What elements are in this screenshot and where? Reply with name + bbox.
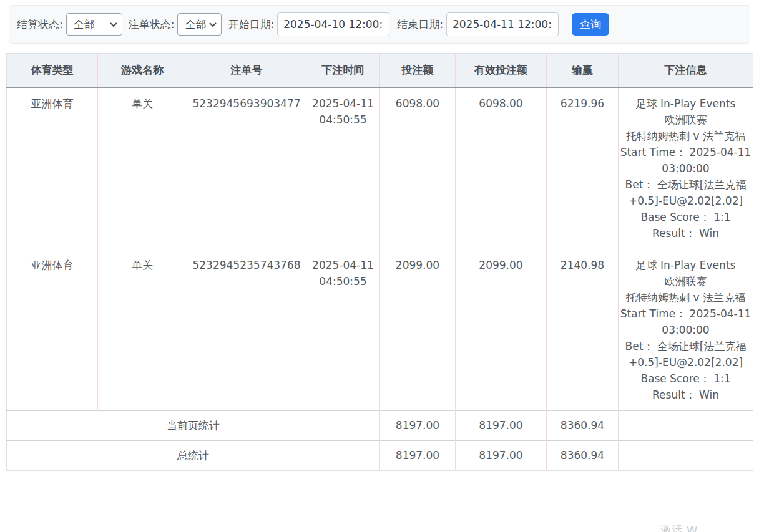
order-status-select[interactable]: 全部 (177, 13, 222, 36)
page-summary-row: 当前页统计 8197.00 8197.00 8360.94 (7, 410, 753, 440)
order-status-value: 全部 (185, 17, 206, 32)
chevron-down-icon (210, 20, 217, 27)
cell-bet-time: 2025-04-11 04:50:55 (306, 87, 380, 249)
column-header-sport-type: 体育类型 (7, 54, 98, 87)
bet-records-table: 体育类型 游戏名称 注单号 下注时间 投注额 有效投注额 输赢 下注信息 亚洲体… (6, 53, 753, 471)
cell-sport-type: 亚洲体育 (7, 87, 98, 249)
table-header-row: 体育类型 游戏名称 注单号 下注时间 投注额 有效投注额 输赢 下注信息 (7, 54, 753, 87)
page-summary-empty-cell (619, 410, 753, 440)
cell-valid-bet-amount: 6098.00 (456, 87, 547, 249)
cell-bet-id: 5232945693903477 (187, 87, 306, 249)
cell-bet-amount: 2099.00 (380, 249, 456, 410)
column-header-valid-bet-amount: 有效投注额 (456, 54, 547, 87)
cell-bet-info: 足球 In-Play Events 欧洲联赛 托特纳姆热刺 v 法兰克福 Sta… (619, 249, 753, 410)
total-summary-bet-amount: 8197.00 (380, 440, 456, 470)
total-summary-valid-bet-amount: 8197.00 (456, 440, 547, 470)
cell-win-loss: 2140.98 (547, 249, 619, 410)
cell-game-name: 单关 (98, 249, 187, 410)
page-summary-win-loss: 8360.94 (547, 410, 619, 440)
cell-valid-bet-amount: 2099.00 (456, 249, 547, 410)
page-summary-bet-amount: 8197.00 (380, 410, 456, 440)
order-status-label: 注单状态: (129, 17, 175, 32)
settlement-status-value: 全部 (74, 17, 95, 32)
column-header-bet-id: 注单号 (187, 54, 306, 87)
cell-game-name: 单关 (98, 87, 187, 249)
start-date-input[interactable] (277, 12, 389, 36)
table-row: 亚洲体育 单关 5232945235743768 2025-04-11 04:5… (7, 249, 753, 410)
page-summary-valid-bet-amount: 8197.00 (456, 410, 547, 440)
total-summary-empty-cell (619, 440, 753, 470)
column-header-bet-info: 下注信息 (619, 54, 753, 87)
cell-sport-type: 亚洲体育 (7, 249, 98, 410)
cell-bet-time: 2025-04-11 04:50:55 (306, 249, 380, 410)
table-row: 亚洲体育 单关 5232945693903477 2025-04-11 04:5… (7, 87, 753, 249)
cell-bet-id: 5232945235743768 (187, 249, 306, 410)
total-summary-win-loss: 8360.94 (547, 440, 619, 470)
start-date-label: 开始日期: (228, 17, 274, 32)
cell-bet-info: 足球 In-Play Events 欧洲联赛 托特纳姆热刺 v 法兰克福 Sta… (619, 87, 753, 249)
cell-bet-amount: 6098.00 (380, 87, 456, 249)
chevron-down-icon (110, 20, 117, 27)
end-date-label: 结束日期: (397, 17, 443, 32)
filter-bar: 结算状态: 全部 注单状态: 全部 开始日期: 结束日期: 查询 (9, 5, 750, 44)
page-summary-label: 当前页统计 (7, 410, 380, 440)
total-summary-label: 总统计 (7, 440, 380, 470)
column-header-game-name: 游戏名称 (98, 54, 187, 87)
end-date-input[interactable] (446, 12, 559, 36)
column-header-bet-time: 下注时间 (306, 54, 380, 87)
settlement-status-label: 结算状态: (17, 17, 63, 32)
cell-win-loss: 6219.96 (547, 87, 619, 249)
column-header-bet-amount: 投注额 (380, 54, 456, 87)
query-button[interactable]: 查询 (572, 13, 609, 36)
settlement-status-select[interactable]: 全部 (66, 13, 122, 36)
activate-windows-watermark: 激活 W (660, 523, 698, 532)
column-header-win-loss: 输赢 (547, 54, 619, 87)
total-summary-row: 总统计 8197.00 8197.00 8360.94 (7, 440, 753, 470)
